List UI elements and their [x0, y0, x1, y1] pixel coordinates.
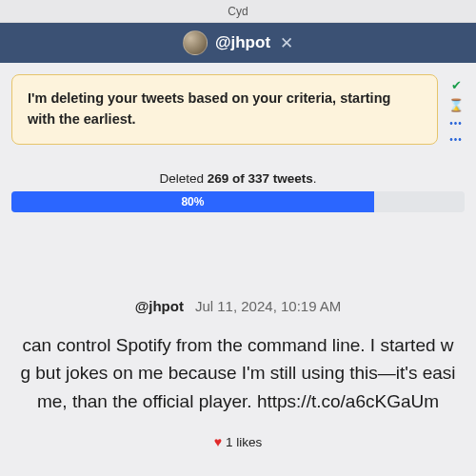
banner-message: I'm deleting your tweets based on your c…: [28, 90, 390, 127]
account-handle: @jhpot: [215, 33, 270, 52]
progress-prefix: Deleted: [159, 171, 207, 186]
tweet-card: @jhpotJul 11, 2024, 10:19 AM can control…: [11, 298, 465, 449]
dots-icon: •••: [449, 134, 463, 145]
window-title: Cyd: [228, 5, 248, 18]
likes-text: 1 likes: [226, 435, 262, 449]
tweet-date: Jul 11, 2024, 10:19 AM: [195, 298, 341, 314]
progress-fill: 80%: [11, 191, 374, 212]
tweet-user: @jhpot: [135, 298, 184, 314]
status-banner: I'm deleting your tweets based on your c…: [11, 74, 438, 145]
progress-suffix: .: [313, 171, 317, 186]
tweet-line: can control Spotify from the command lin…: [15, 331, 461, 359]
progress-label: Deleted 269 of 337 tweets.: [11, 171, 465, 186]
close-icon[interactable]: ✕: [280, 35, 293, 51]
progress-bar: 80%: [11, 191, 465, 212]
dots-icon: •••: [449, 118, 463, 129]
tweet-body: can control Spotify from the command lin…: [15, 331, 461, 415]
progress-count: 269 of 337 tweets: [208, 171, 313, 186]
tweet-line: g but jokes on me because I'm still usin…: [15, 359, 461, 387]
account-header: @jhpot ✕: [0, 23, 476, 63]
window-titlebar: Cyd: [0, 0, 476, 23]
avatar: [183, 30, 208, 55]
hourglass-icon: ⌛: [448, 98, 464, 112]
check-icon: ✔: [451, 78, 462, 92]
likes-row: ♥ 1 likes: [15, 434, 461, 449]
tweet-meta: @jhpotJul 11, 2024, 10:19 AM: [15, 298, 461, 314]
progress-section: Deleted 269 of 337 tweets. 80%: [11, 171, 465, 212]
progress-percent: 80%: [181, 195, 204, 208]
banner-row: I'm deleting your tweets based on your c…: [11, 74, 465, 145]
heart-icon: ♥: [214, 434, 222, 449]
main-content: I'm deleting your tweets based on your c…: [0, 63, 476, 449]
tweet-line: me, than the official player. https://t.…: [15, 387, 461, 415]
side-status: ✔ ⌛ ••• •••: [447, 74, 465, 145]
